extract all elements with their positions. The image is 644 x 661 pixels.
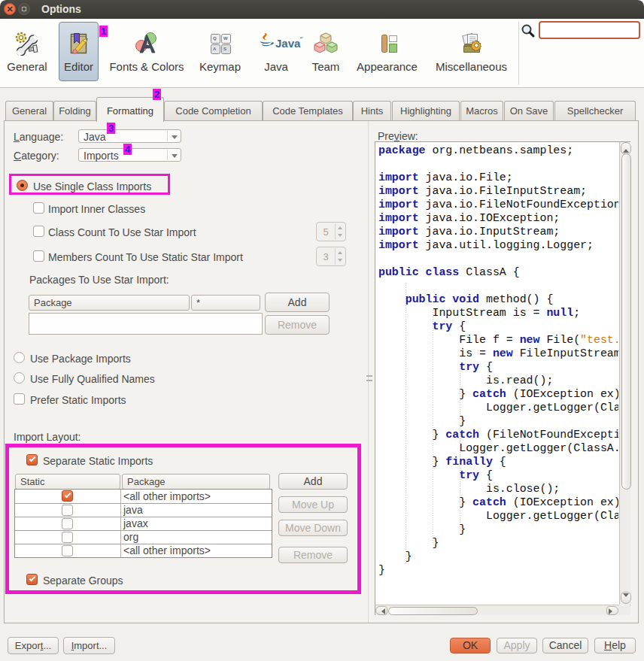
svg-text:A: A xyxy=(213,47,217,51)
svg-text:Q: Q xyxy=(213,36,217,41)
svg-text:Java: Java xyxy=(275,37,301,50)
svg-text:W: W xyxy=(223,36,228,41)
svg-text:S: S xyxy=(223,47,226,51)
